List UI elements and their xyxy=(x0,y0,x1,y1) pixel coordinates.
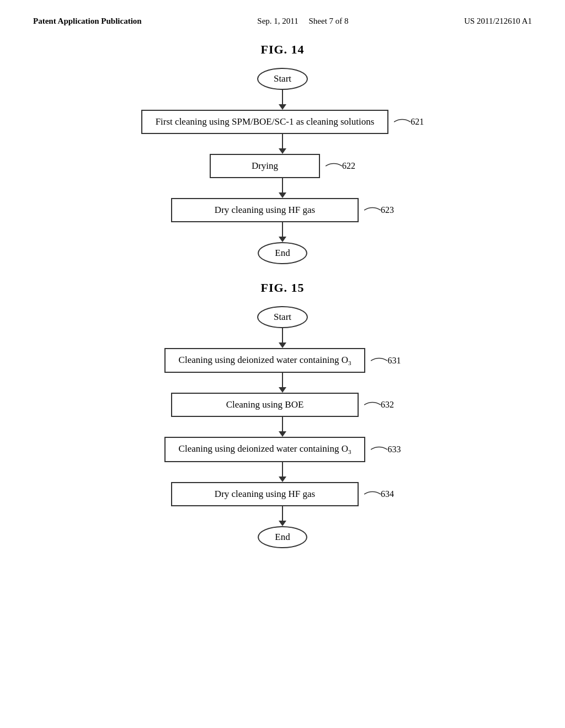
arrow-15-5 xyxy=(279,506,286,526)
arrow-line xyxy=(282,328,283,342)
arrow-14-1 xyxy=(279,90,286,110)
arrow-head xyxy=(279,342,286,348)
rect-633: Cleaning using deionized water containin… xyxy=(164,437,366,462)
start-oval-15: Start xyxy=(257,306,308,328)
ref-622: 622 xyxy=(326,161,355,171)
arrow-line xyxy=(282,134,283,148)
arrow-15-4 xyxy=(279,462,286,482)
arrow-head xyxy=(279,237,286,242)
node-start-14: Start xyxy=(33,68,532,90)
flowchart-14: Start First cleaning using SPM/BOE/SC-1 … xyxy=(33,68,532,264)
arrow-head xyxy=(279,477,286,482)
patent-number-label: US 2011/212610 A1 xyxy=(464,17,532,26)
rect-622: Drying xyxy=(210,154,320,178)
end-oval-15: End xyxy=(258,526,307,548)
arrow-line xyxy=(282,462,283,477)
node-633: Cleaning using deionized water containin… xyxy=(33,437,532,462)
arrow-head xyxy=(279,387,286,393)
node-start-15: Start xyxy=(33,306,532,328)
ref-631: 631 xyxy=(371,356,401,366)
node-631: Cleaning using deionized water containin… xyxy=(33,348,532,373)
arrow-head xyxy=(279,431,286,437)
arrow-head xyxy=(279,192,286,198)
node-623: Dry cleaning using HF gas 623 xyxy=(33,198,532,222)
arrow-head xyxy=(279,521,286,526)
date-label: Sep. 1, 2011 Sheet 7 of 8 xyxy=(257,17,348,26)
rect-634: Dry cleaning using HF gas xyxy=(171,482,359,506)
ref-634: 634 xyxy=(364,489,394,499)
fig15-title: FIG. 15 xyxy=(33,281,532,295)
end-oval-14: End xyxy=(258,242,307,264)
rect-621: First cleaning using SPM/BOE/SC-1 as cle… xyxy=(141,110,389,134)
ref-632: 632 xyxy=(364,400,394,410)
arrow-head xyxy=(279,104,286,110)
arrow-14-2 xyxy=(279,134,286,154)
arrow-15-3 xyxy=(279,417,286,437)
node-622: Drying 622 xyxy=(33,154,532,178)
rect-632: Cleaning using BOE xyxy=(171,393,359,417)
arrow-line xyxy=(282,417,283,431)
flowchart-15: Start Cleaning using deionized water con… xyxy=(33,306,532,548)
node-end-14: End xyxy=(33,242,532,264)
arrow-head xyxy=(279,148,286,154)
arrow-line xyxy=(282,222,283,237)
node-634: Dry cleaning using HF gas 634 xyxy=(33,482,532,506)
arrow-line xyxy=(282,373,283,387)
rect-631: Cleaning using deionized water containin… xyxy=(164,348,366,373)
ref-623: 623 xyxy=(364,205,394,215)
page: Patent Application Publication Sep. 1, 2… xyxy=(0,0,565,728)
start-oval-14: Start xyxy=(257,68,308,90)
arrow-14-3 xyxy=(279,178,286,198)
fig14-title: FIG. 14 xyxy=(33,42,532,57)
figure-15: FIG. 15 Start Cleaning using deionized w… xyxy=(33,281,532,548)
arrow-line xyxy=(282,90,283,104)
rect-623: Dry cleaning using HF gas xyxy=(171,198,359,222)
arrow-14-4 xyxy=(279,222,286,242)
page-header: Patent Application Publication Sep. 1, 2… xyxy=(33,17,532,26)
ref-621: 621 xyxy=(394,117,424,127)
ref-633: 633 xyxy=(371,445,401,454)
node-632: Cleaning using BOE 632 xyxy=(33,393,532,417)
arrow-15-1 xyxy=(279,328,286,348)
node-621: First cleaning using SPM/BOE/SC-1 as cle… xyxy=(33,110,532,134)
publication-label: Patent Application Publication xyxy=(33,17,142,26)
figure-14: FIG. 14 Start First cleaning using SPM/B… xyxy=(33,42,532,264)
node-end-15: End xyxy=(33,526,532,548)
arrow-15-2 xyxy=(279,373,286,393)
arrow-line xyxy=(282,506,283,521)
arrow-line xyxy=(282,178,283,192)
